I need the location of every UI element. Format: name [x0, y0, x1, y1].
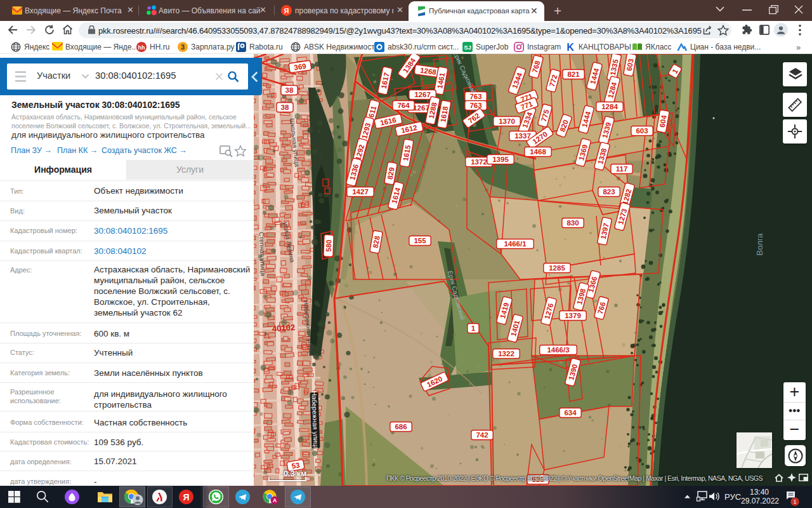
svg-text:117: 117 — [616, 165, 628, 173]
svg-text:1337: 1337 — [514, 132, 531, 140]
svg-text:Волга: Волга — [755, 233, 764, 256]
svg-text:686: 686 — [395, 423, 407, 431]
svg-text:742: 742 — [476, 431, 488, 439]
svg-text:155: 155 — [414, 237, 426, 244]
svg-text:1322: 1322 — [498, 350, 514, 358]
svg-text:Набережная улица: Набережная улица — [302, 300, 315, 357]
svg-text:1: 1 — [471, 324, 476, 332]
svg-text:763: 763 — [469, 93, 481, 100]
svg-text:SJ: SJ — [464, 44, 471, 51]
svg-text:Ерик Садковский: Ерик Садковский — [447, 270, 466, 321]
svg-text:53: 53 — [291, 461, 301, 470]
svg-text:580: 580 — [325, 239, 333, 252]
svg-text:1370: 1370 — [499, 117, 515, 125]
svg-text:764: 764 — [397, 102, 410, 109]
svg-text:1267: 1267 — [413, 104, 429, 112]
svg-text:A: A — [273, 497, 277, 504]
svg-text:830: 830 — [566, 219, 579, 227]
svg-text:1372: 1372 — [471, 158, 487, 166]
svg-text:1: 1 — [793, 498, 796, 505]
svg-text:улица Ленина: улица Ленина — [282, 222, 296, 264]
svg-text:3: 3 — [181, 43, 185, 51]
svg-text:1284: 1284 — [601, 103, 618, 110]
svg-text:Я: Я — [284, 7, 289, 15]
svg-text:1395: 1395 — [492, 156, 509, 163]
svg-text:1285: 1285 — [549, 264, 565, 272]
svg-text:1427: 1427 — [352, 188, 369, 196]
svg-text:634: 634 — [564, 409, 577, 417]
svg-text:603: 603 — [636, 127, 648, 135]
svg-text:1468: 1468 — [530, 148, 546, 156]
svg-text:1466/1: 1466/1 — [504, 240, 527, 248]
svg-text:Школьная улица: Школьная улица — [289, 118, 301, 168]
svg-text:635: 635 — [532, 476, 544, 483]
svg-text:hh: hh — [138, 44, 145, 51]
svg-text:1379: 1379 — [565, 312, 581, 319]
svg-text:1267: 1267 — [414, 91, 431, 98]
svg-text:38: 38 — [281, 104, 289, 111]
svg-text:1466/3: 1466/3 — [547, 346, 569, 354]
svg-text:K: K — [566, 42, 574, 52]
svg-text:38: 38 — [285, 86, 294, 94]
svg-text:823: 823 — [603, 188, 615, 196]
svg-text:821: 821 — [567, 70, 580, 78]
svg-text:820: 820 — [558, 119, 570, 133]
svg-text:Я: Я — [183, 492, 189, 502]
svg-text:Степная улица: Степная улица — [258, 232, 266, 276]
svg-text:Ерик Садковый: Ерик Садковый — [452, 54, 477, 94]
svg-text:40102: 40102 — [272, 323, 295, 333]
